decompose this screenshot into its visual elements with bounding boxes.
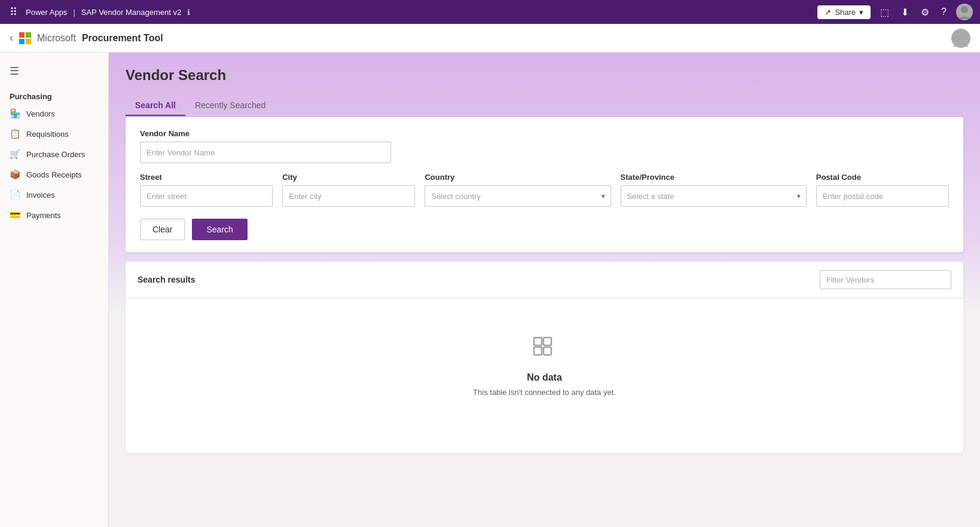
no-data-subtitle: This table isn't connected to any data y… [473,388,616,397]
sidebar-section-title: Purchasing [0,87,108,103]
tab-recently-searched[interactable]: Recently Searched [185,96,275,116]
filter-vendors-input[interactable] [820,270,951,289]
project-name: SAP Vendor Management v2 [81,8,181,17]
sidebar-item-requisitions[interactable]: 📋 Requisitions [0,124,108,144]
no-data-title: No data [527,372,562,383]
tab-search-all[interactable]: Search All [126,96,185,116]
country-field-group: Country Select country ▾ [425,173,610,207]
vendor-name-field-group: Vendor Name [140,129,949,163]
page-title: Vendor Search [126,67,963,84]
monitor-icon[interactable]: ⬚ [878,4,892,20]
no-data-state: No data This table isn't connected to an… [126,298,963,433]
settings-icon[interactable]: ⚙ [918,4,932,20]
hamburger-menu-icon[interactable]: ☰ [0,60,29,87]
postal-code-label: Postal Code [816,173,949,182]
share-icon: ↗ [825,8,831,17]
goods-receipts-icon: 📦 [10,169,20,180]
results-title: Search results [138,275,196,284]
sidebar-item-purchase-orders-label: Purchase Orders [26,150,85,159]
sidebar-item-invoices-label: Invoices [26,191,55,200]
street-field-group: Street [140,173,273,207]
postal-code-input[interactable] [816,185,949,207]
invoices-icon: 📄 [10,189,20,200]
back-icon: ‹ [10,32,13,44]
apps-grid-icon[interactable]: ⠿ [7,3,20,21]
state-select-wrapper: Select a state ▾ [621,185,807,207]
country-label: Country [425,173,610,182]
sidebar-item-vendors[interactable]: 🏪 Vendors [0,103,108,124]
search-card: Vendor Name Street City Country [126,117,963,252]
vendors-icon: 🏪 [10,108,20,119]
svg-point-0 [961,6,968,13]
tabs-bar: Search All Recently Searched [126,96,963,116]
country-select-wrapper: Select country ▾ [425,185,610,207]
street-input[interactable] [140,185,273,207]
top-bar: ⠿ Power Apps | SAP Vendor Management v2 … [0,0,980,24]
sidebar-item-goods-receipts[interactable]: 📦 Goods Receipts [0,164,108,185]
state-label: State/Province [621,173,807,182]
info-icon[interactable]: ℹ [187,8,190,17]
country-select[interactable]: Select country [425,185,610,207]
sidebar-item-invoices[interactable]: 📄 Invoices [0,185,108,205]
sidebar: ☰ Purchasing 🏪 Vendors 📋 Requisitions 🛒 … [0,53,109,527]
top-bar-left: ⠿ Power Apps | SAP Vendor Management v2 … [7,3,190,21]
postal-code-field-group: Postal Code [816,173,949,207]
main-content: Vendor Search Search All Recently Search… [109,53,980,527]
city-field-group: City [282,173,415,207]
ms-logo [19,32,31,44]
city-label: City [282,173,415,182]
sidebar-item-goods-receipts-label: Goods Receipts [26,170,82,179]
app-title: Procurement Tool [82,33,163,44]
top-bar-right: ↗ Share ▾ ⬚ ⬇ ⚙ ? [817,4,973,20]
sidebar-item-vendors-label: Vendors [26,109,55,118]
address-fields-row: Street City Country Select country ▾ [140,173,949,207]
app-name: Power Apps [26,8,67,17]
no-data-grid-icon [530,334,559,363]
app-header-left: ‹ Microsoft Procurement Tool [10,32,163,44]
sidebar-item-payments-label: Payments [26,211,61,220]
svg-rect-3 [544,338,551,345]
street-label: Street [140,173,273,182]
help-icon[interactable]: ? [939,4,949,20]
form-actions-row: Clear Search [140,219,949,240]
city-input[interactable] [282,185,415,207]
download-icon[interactable]: ⬇ [899,4,911,20]
back-button[interactable]: ‹ [10,32,13,44]
svg-rect-5 [544,347,551,355]
separator: | [73,8,75,17]
state-select[interactable]: Select a state [621,185,807,207]
payments-icon: 💳 [10,210,20,220]
svg-rect-4 [534,347,542,355]
svg-rect-2 [534,338,542,345]
company-name: Microsoft [37,33,76,44]
state-field-group: State/Province Select a state ▾ [621,173,807,207]
share-label: Share [835,8,856,17]
results-section: Search results No data This table isn't … [126,262,963,453]
search-button[interactable]: Search [192,219,247,240]
vendor-name-input[interactable] [140,142,391,163]
clear-button[interactable]: Clear [140,219,185,240]
sidebar-item-purchase-orders[interactable]: 🛒 Purchase Orders [0,144,108,164]
app-header: ‹ Microsoft Procurement Tool [0,24,980,53]
share-button[interactable]: ↗ Share ▾ [817,5,871,19]
layout: ☰ Purchasing 🏪 Vendors 📋 Requisitions 🛒 … [0,53,980,527]
share-chevron: ▾ [859,8,863,17]
sidebar-item-payments[interactable]: 💳 Payments [0,205,108,225]
svg-point-1 [957,32,965,40]
requisitions-icon: 📋 [10,128,20,139]
sidebar-item-requisitions-label: Requisitions [26,130,69,139]
purchase-orders-icon: 🛒 [10,149,20,160]
results-header: Search results [126,262,963,298]
vendor-name-label: Vendor Name [140,129,949,138]
user-avatar-header[interactable] [951,29,970,48]
user-avatar-topbar[interactable] [956,4,973,20]
